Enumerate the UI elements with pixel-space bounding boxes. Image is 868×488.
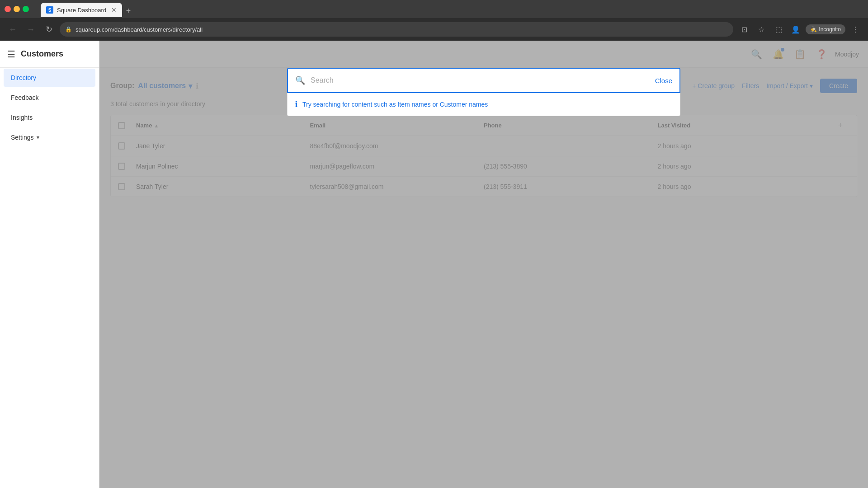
search-input[interactable] — [311, 76, 650, 84]
sidebar-item-label-directory: Directory — [11, 74, 36, 81]
hint-text: Try searching for content such as Item n… — [302, 101, 488, 108]
search-box: 🔍 Close — [287, 68, 680, 93]
forward-button[interactable]: → — [24, 22, 38, 37]
back-button[interactable]: ← — [5, 22, 20, 37]
window-maximize-button[interactable] — [23, 6, 29, 12]
browser-titlebar: S Square Dashboard ✕ + — [0, 0, 868, 18]
sidebar-header: ☰ Customers — [0, 41, 99, 68]
incognito-icon: 🕵️ — [810, 26, 817, 33]
search-hint: ℹ Try searching for content such as Item… — [287, 93, 680, 116]
active-tab[interactable]: S Square Dashboard ✕ — [41, 3, 122, 17]
sidebar-item-directory[interactable]: Directory — [4, 69, 95, 87]
close-search-button[interactable]: Close — [655, 77, 672, 84]
hamburger-icon[interactable]: ☰ — [7, 49, 15, 60]
sidebar-item-label-settings: Settings — [11, 134, 34, 141]
window-close-button[interactable] — [5, 6, 11, 12]
tab-close-button[interactable]: ✕ — [111, 6, 117, 14]
app-container: ☰ Customers Directory Feedback Insights … — [0, 41, 868, 488]
chevron-down-icon: ▼ — [36, 135, 41, 140]
menu-icon[interactable]: ⋮ — [848, 22, 863, 37]
extensions-icon[interactable]: ⬚ — [771, 22, 786, 37]
sidebar-item-insights[interactable]: Insights — [4, 108, 95, 127]
reload-button[interactable]: ↻ — [42, 22, 56, 37]
tab-bar: S Square Dashboard ✕ + — [36, 1, 139, 17]
sidebar-item-feedback[interactable]: Feedback — [4, 89, 95, 107]
sidebar: ☰ Customers Directory Feedback Insights … — [0, 41, 99, 488]
new-tab-button[interactable]: + — [122, 5, 135, 17]
url-display: squareup.com/dashboard/customers/directo… — [75, 26, 203, 33]
window-minimize-button[interactable] — [14, 6, 20, 12]
browser-toolbar: ← → ↻ 🔒 squareup.com/dashboard/customers… — [0, 18, 868, 41]
cast-icon[interactable]: ⊡ — [737, 22, 751, 37]
bookmark-icon[interactable]: ☆ — [754, 22, 769, 37]
address-bar[interactable]: 🔒 squareup.com/dashboard/customers/direc… — [60, 22, 733, 37]
app-title: Customers — [21, 49, 63, 59]
main-content: 🔍 🔔 📋 ❓ Moodjoy Group: All customers ▾ ℹ — [99, 41, 868, 488]
lock-icon: 🔒 — [65, 26, 72, 33]
browser-chrome: S Square Dashboard ✕ + ← → ↻ 🔒 squareup.… — [0, 0, 868, 41]
close-label: Close — [655, 77, 672, 84]
sidebar-item-label-feedback: Feedback — [11, 94, 38, 101]
window-controls — [5, 6, 29, 12]
sidebar-item-label-insights: Insights — [11, 114, 33, 121]
incognito-label: Incognito — [819, 26, 841, 33]
sidebar-item-settings[interactable]: Settings ▼ — [4, 128, 95, 146]
info-icon: ℹ — [295, 99, 298, 109]
tab-title: Square Dashboard — [57, 7, 106, 14]
tab-favicon: S — [46, 6, 53, 14]
browser-actions: ⊡ ☆ ⬚ 👤 🕵️ Incognito ⋮ — [737, 22, 863, 37]
profile-icon[interactable]: 👤 — [788, 22, 803, 37]
search-overlay: 🔍 Close ℹ Try searching for content such… — [287, 68, 680, 116]
incognito-button[interactable]: 🕵️ Incognito — [806, 24, 845, 34]
search-icon: 🔍 — [295, 75, 305, 85]
